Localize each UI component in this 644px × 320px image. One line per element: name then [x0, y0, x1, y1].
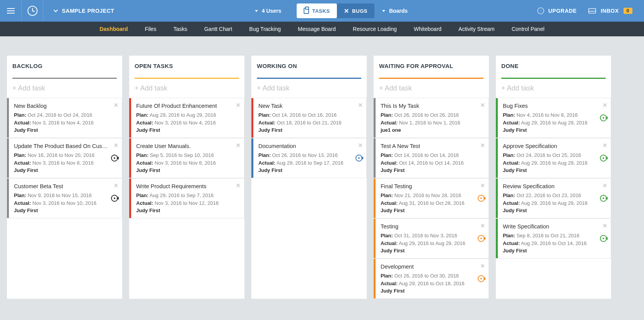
boards-dropdown[interactable]: Boards: [382, 8, 408, 14]
card-title: Update The Product Based On Custo...: [14, 143, 116, 149]
card-close-button[interactable]: ×: [480, 101, 485, 109]
upgrade-button[interactable]: ↑ UPGRADE: [537, 7, 577, 14]
task-card[interactable]: ×Update The Product Based On Custo...Pla…: [7, 138, 122, 178]
inbox-button[interactable]: INBOX 0: [588, 8, 632, 14]
task-card[interactable]: ×Write SpecificationPlan: Sep 8, 2016 to…: [496, 218, 611, 259]
card-actual-date: Actual: Aug 29, 2016 to Oct 18, 2016: [381, 280, 483, 288]
task-card[interactable]: ×Bug FixesPlan: Nov 4, 2016 to Nov 8, 20…: [496, 98, 611, 138]
card-stripe: [496, 179, 498, 218]
logo-button[interactable]: [22, 0, 43, 22]
nav-activity-stream[interactable]: Activity Stream: [458, 26, 494, 32]
card-close-button[interactable]: ×: [236, 101, 240, 109]
task-card[interactable]: ×Test A New TestPlan: Oct 14, 2016 to Oc…: [374, 138, 489, 178]
column-done: DONE+ Add task×Bug FixesPlan: Nov 4, 201…: [496, 56, 611, 299]
card-close-button[interactable]: ×: [114, 182, 118, 190]
project-selector[interactable]: SAMPLE PROJECT: [43, 8, 125, 14]
card-actual-date: Actual: Aug 29, 2016 to Aug 29, 2016: [503, 119, 605, 127]
upgrade-label: UPGRADE: [548, 8, 577, 14]
nav-bug-tracking[interactable]: Bug Tracking: [249, 26, 281, 32]
task-card[interactable]: ×Future Of Product EnhancementPlan: Aug …: [129, 98, 244, 138]
nav-control-panel[interactable]: Control Panel: [512, 26, 545, 32]
task-card[interactable]: ×This Is My TaskPlan: Oct 26, 2016 to Oc…: [374, 98, 489, 138]
card-title: Documentation: [258, 143, 361, 149]
caret-down-icon: [382, 10, 385, 12]
card-assignee: Judy First: [381, 288, 483, 294]
add-task-input[interactable]: + Add task: [129, 79, 244, 98]
card-assignee: Judy First: [381, 208, 483, 213]
task-card[interactable]: ×Approve SpecificationPlan: Oct 24, 2016…: [496, 138, 611, 178]
card-close-button[interactable]: ×: [603, 222, 607, 230]
nav-message-board[interactable]: Message Board: [298, 26, 336, 32]
card-stripe: [7, 138, 9, 178]
add-task-input[interactable]: + Add task: [7, 79, 122, 98]
card-assignee: Judy First: [503, 248, 605, 254]
card-actual-date: Actual: Nov 3, 2016 to Nov 10, 2016: [14, 199, 116, 207]
card-plan-date: Plan: Oct 14, 2016 to Oct 16, 2016: [258, 111, 361, 119]
kanban-board: BACKLOG+ Add task×New BacklogPlan: Oct 2…: [0, 36, 644, 318]
card-close-button[interactable]: ×: [358, 101, 362, 109]
card-close-button[interactable]: ×: [114, 101, 118, 109]
task-card[interactable]: ×New TaskPlan: Oct 14, 2016 to Oct 16, 2…: [251, 98, 367, 138]
card-actual-date: Actual: Oct 14, 2016 to Oct 14, 2016: [381, 159, 483, 167]
card-assignee: Judy First: [136, 127, 239, 133]
nav-dashboard[interactable]: Dashboard: [99, 26, 128, 32]
add-task-input[interactable]: + Add task: [374, 79, 489, 98]
card-close-button[interactable]: ×: [236, 182, 240, 190]
card-close-button[interactable]: ×: [480, 222, 485, 230]
card-title: Testing: [381, 223, 483, 230]
card-assignee: Judy First: [503, 127, 605, 133]
nav-files[interactable]: Files: [145, 26, 157, 32]
card-close-button[interactable]: ×: [480, 262, 485, 270]
task-card[interactable]: ×Create User Manuals.Plan: Sep 5, 2016 t…: [129, 138, 244, 178]
column-backlog: BACKLOG+ Add task×New BacklogPlan: Oct 2…: [7, 56, 122, 299]
project-name: SAMPLE PROJECT: [62, 8, 114, 14]
nav-whiteboard[interactable]: Whiteboard: [414, 26, 442, 32]
card-actual-date: Actual: Aug 29, 2016 to Oct 14, 2016: [503, 240, 605, 247]
column-title: OPEN TASKS: [135, 63, 239, 69]
card-close-button[interactable]: ×: [358, 141, 362, 150]
card-title: Development: [381, 264, 483, 270]
column-working-on: WORKING ON+ Add task×New TaskPlan: Oct 1…: [251, 56, 367, 299]
card-close-button[interactable]: ×: [603, 182, 607, 190]
menu-button[interactable]: [0, 0, 22, 22]
card-close-button[interactable]: ×: [480, 141, 485, 150]
add-task-input[interactable]: + Add task: [251, 79, 367, 98]
card-plan-date: Plan: Aug 29, 2016 to Aug 29, 2016: [136, 111, 239, 119]
card-assignee: Judy First: [14, 167, 116, 173]
nav-resource-loading[interactable]: Resource Loading: [353, 26, 397, 32]
card-close-button[interactable]: ×: [480, 182, 485, 190]
recurrence-icon: [478, 195, 485, 202]
tasks-toggle-button[interactable]: TASKS: [297, 3, 337, 18]
card-close-button[interactable]: ×: [236, 141, 240, 150]
card-plan-date: Plan: Oct 26, 2016 to Nov 13, 2016: [258, 151, 361, 159]
caret-down-icon: [255, 10, 258, 12]
task-card[interactable]: ×New BacklogPlan: Oct 24, 2016 to Oct 24…: [7, 98, 122, 138]
card-close-button[interactable]: ×: [603, 141, 607, 150]
task-card[interactable]: ×Review SpecificationPlan: Oct 22, 2016 …: [496, 178, 611, 218]
card-close-button[interactable]: ×: [114, 141, 118, 150]
card-assignee: Judy First: [258, 167, 361, 173]
add-task-input[interactable]: + Add task: [496, 79, 611, 98]
task-card[interactable]: ×Write Product RequirementsPlan: Aug 29,…: [129, 178, 244, 218]
column-header: DONE: [496, 56, 611, 73]
recurrence-icon: [355, 155, 362, 162]
bugs-toggle-button[interactable]: ✕ BUGS: [337, 3, 374, 18]
boards-label: Boards: [389, 8, 408, 14]
task-card[interactable]: ×DevelopmentPlan: Oct 26, 2016 to Oct 30…: [374, 259, 489, 299]
card-plan-date: Plan: Oct 26, 2016 to Oct 26, 2016: [381, 111, 483, 119]
tasks-label: TASKS: [312, 8, 330, 14]
task-card[interactable]: ×Customer Beta TestPlan: Nov 9, 2016 to …: [7, 178, 122, 218]
users-dropdown[interactable]: 4 Users: [255, 8, 282, 14]
task-card[interactable]: ×DocumentationPlan: Oct 26, 2016 to Nov …: [251, 138, 367, 178]
card-stripe: [374, 98, 376, 138]
card-stripe: [251, 98, 253, 138]
card-assignee: Judy First: [381, 167, 483, 173]
wrench-icon: ✕: [344, 7, 349, 15]
nav-tasks[interactable]: Tasks: [173, 26, 187, 32]
chevron-down-icon: [53, 8, 58, 12]
column-title: WORKING ON: [257, 63, 361, 69]
task-card[interactable]: ×TestingPlan: Oct 31, 2016 to Nov 3, 201…: [374, 218, 489, 259]
nav-gantt-chart[interactable]: Gantt Chart: [204, 26, 232, 32]
card-close-button[interactable]: ×: [603, 101, 607, 109]
task-card[interactable]: ×Final TestingPlan: Nov 21, 2016 to Nov …: [374, 178, 489, 218]
